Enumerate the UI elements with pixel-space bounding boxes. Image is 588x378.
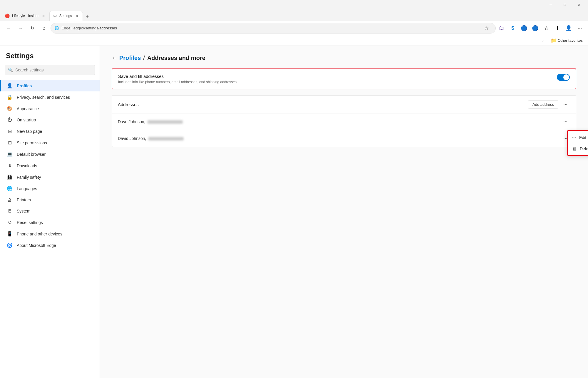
minimize-button[interactable]: ─ xyxy=(544,0,557,9)
sidebar-item-familysafety-label: Family safety xyxy=(17,175,41,180)
save-fill-info: Save and fill addresses Includes info li… xyxy=(118,74,237,84)
search-box[interactable]: 🔍 xyxy=(5,65,95,75)
address-bar-content: Edge | edge://settings/addresses xyxy=(61,26,479,30)
sidebar-item-onstartup[interactable]: ⏻ On startup xyxy=(0,114,100,126)
address-row-1-more-button[interactable]: ··· xyxy=(561,117,570,126)
title-bar: ─ □ ✕ xyxy=(0,0,588,9)
onstartup-icon: ⏻ xyxy=(7,117,13,123)
title-bar-controls: ─ □ ✕ xyxy=(544,0,586,9)
sidebar: Settings 🔍 👤 Profiles 🔒 Privacy, search,… xyxy=(0,46,100,378)
sidebar-item-appearance[interactable]: 🎨 Appearance xyxy=(0,103,100,114)
new-tab-button[interactable]: + xyxy=(83,12,92,21)
search-input[interactable] xyxy=(15,68,92,72)
profile-icon[interactable]: 👤 xyxy=(564,24,573,33)
tab-bar: 🔴 Lifestyle - Insider ✕ ⚙ Settings ✕ + xyxy=(0,9,588,21)
forward-button[interactable]: → xyxy=(15,23,26,34)
sidebar-item-sitepermissions[interactable]: ⊡ Site permissions xyxy=(0,137,100,148)
breadcrumb-back-button[interactable]: ← xyxy=(112,55,117,61)
newtab-icon: ⊞ xyxy=(7,128,13,134)
sidebar-item-printers-label: Printers xyxy=(17,198,31,202)
tab-lifestyle-icon: 🔴 xyxy=(5,14,10,18)
tab-lifestyle[interactable]: 🔴 Lifestyle - Insider ✕ xyxy=(1,11,49,21)
close-button[interactable]: ✕ xyxy=(572,0,586,9)
favorites-bar: › 📁 Other favorites xyxy=(0,35,588,46)
tab-settings-label: Settings xyxy=(59,14,72,18)
favorites-icon[interactable]: ☆ xyxy=(542,24,551,33)
address-path: /addresses xyxy=(98,26,117,30)
sidebar-item-resetsettings-label: Reset settings xyxy=(17,220,43,225)
add-address-button[interactable]: Add address xyxy=(528,100,558,109)
sidebar-item-about[interactable]: 🌀 About Microsoft Edge xyxy=(0,240,100,251)
sidebar-item-newtab[interactable]: ⊞ New tab page xyxy=(0,126,100,137)
breadcrumb-current: Addresses and more xyxy=(147,55,205,61)
breadcrumb-separator: / xyxy=(143,55,145,61)
immersive-reader-icon[interactable]: S xyxy=(508,24,517,33)
sitepermissions-icon: ⊡ xyxy=(7,140,13,145)
search-icon: 🔍 xyxy=(8,68,13,72)
defaultbrowser-icon: 💻 xyxy=(7,151,13,157)
sidebar-item-phonedevices[interactable]: 📱 Phone and other devices xyxy=(0,228,100,240)
home-button[interactable]: ⌂ xyxy=(39,23,49,34)
sidebar-item-privacy[interactable]: 🔒 Privacy, search, and services xyxy=(0,91,100,103)
refresh-button[interactable]: ↻ xyxy=(27,23,38,34)
sidebar-item-phonedevices-label: Phone and other devices xyxy=(17,232,62,236)
edit-icon: ✏ xyxy=(572,135,576,140)
sidebar-item-languages[interactable]: 🌐 Languages xyxy=(0,183,100,194)
tab-settings-close[interactable]: ✕ xyxy=(74,14,79,18)
tab-settings[interactable]: ⚙ Settings ✕ xyxy=(49,11,83,21)
address-bar[interactable]: 🌐 Edge | edge://settings/addresses ☆ xyxy=(51,23,496,34)
address-row-2-blurred xyxy=(148,137,184,141)
address-domain: Edge | edge://settings xyxy=(61,26,98,30)
favorite-button[interactable]: ☆ xyxy=(481,23,492,34)
edge-icon[interactable]: 🔵 xyxy=(519,24,529,33)
tab-lifestyle-label: Lifestyle - Insider xyxy=(12,14,39,18)
addresses-section: Addresses Add address ··· Dave Johnson, … xyxy=(112,95,576,147)
addresses-more-options-button[interactable]: ··· xyxy=(561,100,570,109)
sidebar-item-newtab-label: New tab page xyxy=(17,129,42,134)
back-button[interactable]: ← xyxy=(4,23,14,34)
breadcrumb-profiles-link[interactable]: Profiles xyxy=(119,55,141,61)
context-menu-delete[interactable]: 🗑 Delete xyxy=(568,143,588,154)
downloads-icon[interactable]: ⬇ xyxy=(553,24,562,33)
addresses-header: Addresses Add address ··· xyxy=(112,96,576,113)
favorites-folder[interactable]: 📁 Other favorites xyxy=(549,37,584,44)
sidebar-item-profiles[interactable]: 👤 Profiles xyxy=(0,80,100,91)
sidebar-item-defaultbrowser[interactable]: 💻 Default browser xyxy=(0,148,100,160)
more-menu-button[interactable]: ··· xyxy=(575,24,584,33)
context-menu-delete-label: Delete xyxy=(580,146,588,151)
save-fill-toggle[interactable] xyxy=(557,74,570,81)
address-bar-edge-icon: 🌐 xyxy=(54,26,59,30)
address-row-2: David Johnson, ··· ✏ Edit 🗑 Delete xyxy=(112,130,576,147)
sidebar-item-resetsettings[interactable]: ↺ Reset settings xyxy=(0,217,100,228)
address-row-1-name: Dave Johnson, xyxy=(118,119,183,124)
sidebar-item-familysafety[interactable]: 👨‍👩‍👧 Family safety xyxy=(0,171,100,183)
sidebar-item-privacy-label: Privacy, search, and services xyxy=(17,95,70,100)
coupon-icon[interactable]: 🔵 xyxy=(530,24,540,33)
toolbar-icons: 🗂 S 🔵 🔵 ☆ ⬇ 👤 ··· xyxy=(497,24,584,33)
delete-icon: 🗑 xyxy=(572,146,577,151)
save-fill-title: Save and fill addresses xyxy=(118,74,237,79)
addresses-actions: Add address ··· xyxy=(528,100,570,109)
address-row-1: Dave Johnson, ··· xyxy=(112,113,576,130)
sidebar-item-system-label: System xyxy=(17,209,31,213)
printers-icon: 🖨 xyxy=(7,197,13,203)
addresses-title: Addresses xyxy=(118,102,139,107)
context-menu-edit[interactable]: ✏ Edit xyxy=(568,132,588,143)
folder-label: Other favorites xyxy=(558,38,583,43)
sidebar-item-defaultbrowser-label: Default browser xyxy=(17,152,46,157)
collections-icon[interactable]: 🗂 xyxy=(497,24,506,33)
favorites-chevron[interactable]: › xyxy=(540,37,547,44)
save-fill-description: Includes info like phone numbers, email … xyxy=(118,80,237,84)
profiles-icon: 👤 xyxy=(7,83,13,88)
sidebar-item-system[interactable]: 🖥 System xyxy=(0,205,100,217)
sidebar-item-printers[interactable]: 🖨 Printers xyxy=(0,194,100,205)
tab-lifestyle-close[interactable]: ✕ xyxy=(41,14,46,18)
maximize-button[interactable]: □ xyxy=(558,0,572,9)
tab-settings-icon: ⚙ xyxy=(53,14,57,18)
sidebar-item-sitepermissions-label: Site permissions xyxy=(17,141,47,145)
sidebar-item-profiles-label: Profiles xyxy=(17,83,32,88)
languages-icon: 🌐 xyxy=(7,186,13,191)
sidebar-item-downloads[interactable]: ⬇ Downloads xyxy=(0,160,100,171)
content-area: ← Profiles / Addresses and more Save and… xyxy=(100,46,588,378)
about-icon: 🌀 xyxy=(7,242,13,248)
